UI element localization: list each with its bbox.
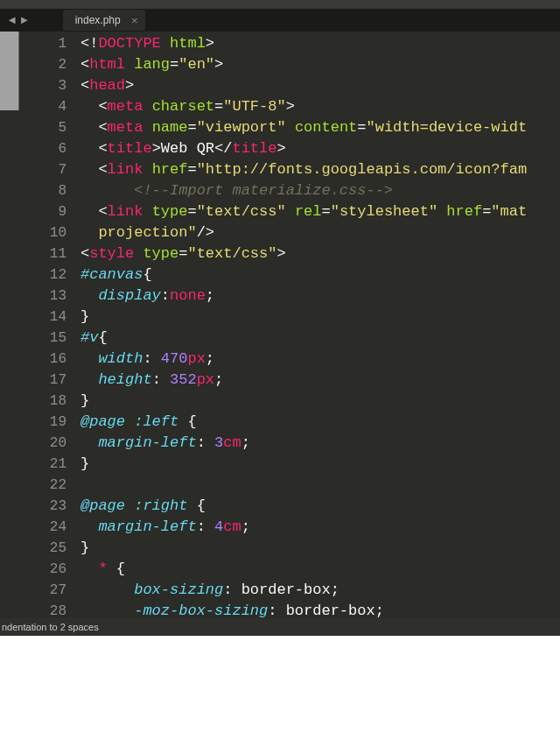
code-line[interactable] xyxy=(80,475,527,496)
code-line[interactable]: <!--Import materialize.css--> xyxy=(80,180,527,201)
tab-index-php[interactable]: index.php × xyxy=(63,10,145,31)
line-number: 22 xyxy=(0,475,66,496)
line-number-gutter: 1234567891011121314151617181920212223242… xyxy=(0,32,75,636)
code-line[interactable]: box-sizing: border-box; xyxy=(80,580,527,601)
code-line[interactable]: @page :right { xyxy=(80,496,527,517)
code-line[interactable]: <html lang="en"> xyxy=(80,54,527,75)
code-line[interactable]: } xyxy=(80,538,527,559)
editor-window: ◄ ► index.php × 123456789101112131415161… xyxy=(0,0,560,636)
titlebar[interactable] xyxy=(0,0,560,9)
line-number: 26 xyxy=(0,559,66,580)
line-number: 9 xyxy=(0,201,66,222)
code-line[interactable]: #v{ xyxy=(80,328,527,349)
code-line[interactable]: margin-left: 3cm; xyxy=(80,433,527,454)
side-panel-handle[interactable] xyxy=(0,32,19,110)
status-bar: ndentation to 2 spaces xyxy=(0,618,560,636)
line-number: 5 xyxy=(0,117,66,138)
close-icon[interactable]: × xyxy=(131,14,138,27)
code-line[interactable]: #canvas{ xyxy=(80,264,527,285)
code-line[interactable]: projection"/> xyxy=(80,222,527,243)
line-number: 15 xyxy=(0,328,66,349)
line-number: 19 xyxy=(0,412,66,433)
code-editor[interactable]: 1234567891011121314151617181920212223242… xyxy=(0,32,560,636)
code-line[interactable]: <meta name="viewport" content="width=dev… xyxy=(80,117,527,138)
code-line[interactable]: <head> xyxy=(80,75,527,96)
status-message: ndentation to 2 spaces xyxy=(2,622,99,632)
line-number: 27 xyxy=(0,580,66,601)
code-line[interactable]: <style type="text/css"> xyxy=(80,243,527,264)
code-line[interactable]: margin-left: 4cm; xyxy=(80,517,527,538)
code-line[interactable]: <!DOCTYPE html> xyxy=(80,33,527,54)
line-number: 12 xyxy=(0,264,66,285)
line-number: 16 xyxy=(0,349,66,370)
line-number: 13 xyxy=(0,285,66,307)
line-number: 18 xyxy=(0,391,66,412)
line-number: 20 xyxy=(0,433,66,454)
code-line[interactable]: height: 352px; xyxy=(80,370,527,391)
code-line[interactable]: } xyxy=(80,454,527,475)
line-number: 21 xyxy=(0,454,66,475)
code-line[interactable]: <meta charset="UTF-8"> xyxy=(80,96,527,117)
tab-label: index.php xyxy=(75,14,121,26)
line-number: 14 xyxy=(0,307,66,328)
line-number: 8 xyxy=(0,180,66,201)
code-line[interactable]: <link type="text/css" rel="stylesheet" h… xyxy=(80,201,527,222)
line-number: 17 xyxy=(0,370,66,391)
nav-forward-icon[interactable]: ► xyxy=(21,14,28,27)
line-number: 24 xyxy=(0,517,66,538)
tab-bar: ◄ ► index.php × xyxy=(0,9,560,32)
code-line[interactable]: @page :left { xyxy=(80,412,527,433)
code-line[interactable]: <title>Web QR</title> xyxy=(80,138,527,159)
line-number: 25 xyxy=(0,538,66,559)
line-number: 23 xyxy=(0,496,66,517)
code-content[interactable]: <!DOCTYPE html><html lang="en"><head> <m… xyxy=(75,32,527,636)
line-number: 7 xyxy=(0,159,66,180)
code-line[interactable]: width: 470px; xyxy=(80,349,527,370)
line-number: 11 xyxy=(0,243,66,264)
code-line[interactable]: } xyxy=(80,391,527,412)
code-line[interactable]: <link href="http://fonts.googleapis.com/… xyxy=(80,159,527,180)
line-number: 6 xyxy=(0,138,66,159)
nav-back-icon[interactable]: ◄ xyxy=(9,14,16,27)
code-line[interactable]: } xyxy=(80,307,527,328)
code-line[interactable]: * { xyxy=(80,559,527,580)
history-nav: ◄ ► xyxy=(0,14,37,27)
code-line[interactable]: display:none; xyxy=(80,285,527,307)
line-number: 10 xyxy=(0,222,66,243)
